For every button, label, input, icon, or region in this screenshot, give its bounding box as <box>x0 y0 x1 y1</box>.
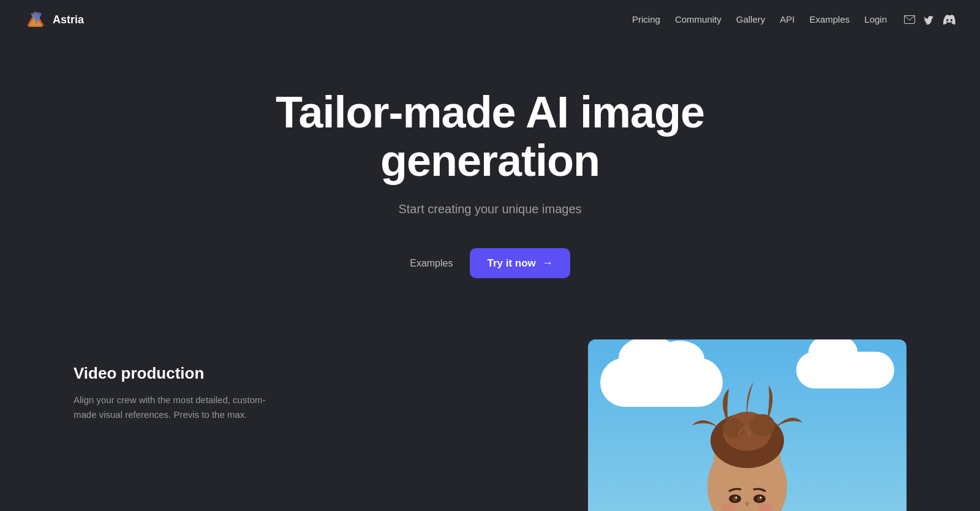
try-now-arrow: → <box>542 257 553 270</box>
feature-description: Align your crew with the most detailed, … <box>74 393 270 422</box>
feature-title: Video production <box>74 364 270 383</box>
nav-right: Pricing Community Gallery API Examples L… <box>632 14 956 25</box>
try-now-button[interactable]: Try it now → <box>470 248 570 278</box>
nav-link-community[interactable]: Community <box>675 14 722 25</box>
feature-image-container <box>318 339 907 511</box>
try-now-label: Try it now <box>487 257 535 270</box>
hero-title: Tailor-made AI image generation <box>214 88 766 185</box>
hero-section: Tailor-made AI image generation Start cr… <box>0 39 980 315</box>
nav-links: Pricing Community Gallery API Examples L… <box>632 14 887 25</box>
nav-link-login[interactable]: Login <box>864 14 887 25</box>
brand-logo-link[interactable]: Astria <box>24 9 84 31</box>
person-illustration <box>668 376 827 511</box>
navbar: Astria Pricing Community Gallery API Exa… <box>0 0 980 39</box>
hero-subtitle: Start creating your unique images <box>398 202 581 216</box>
hero-actions: Examples Try it now → <box>410 248 570 278</box>
examples-button[interactable]: Examples <box>410 258 453 269</box>
discord-icon[interactable] <box>943 15 956 25</box>
feature-text: Video production Align your crew with th… <box>74 339 270 422</box>
nav-link-examples[interactable]: Examples <box>809 14 850 25</box>
svg-point-16 <box>760 497 762 499</box>
email-icon[interactable] <box>904 15 915 24</box>
nav-link-gallery[interactable]: Gallery <box>736 14 766 25</box>
svg-point-11 <box>750 414 775 436</box>
svg-point-15 <box>736 497 737 499</box>
nav-link-pricing[interactable]: Pricing <box>632 14 660 25</box>
brand-logo-icon <box>24 9 47 31</box>
nav-social-icons <box>904 15 956 25</box>
feature-image <box>588 339 907 511</box>
brand-name: Astria <box>53 13 84 26</box>
nav-link-api[interactable]: API <box>780 14 794 25</box>
twitter-icon[interactable] <box>924 15 935 25</box>
feature-section: Video production Align your crew with th… <box>0 315 980 511</box>
